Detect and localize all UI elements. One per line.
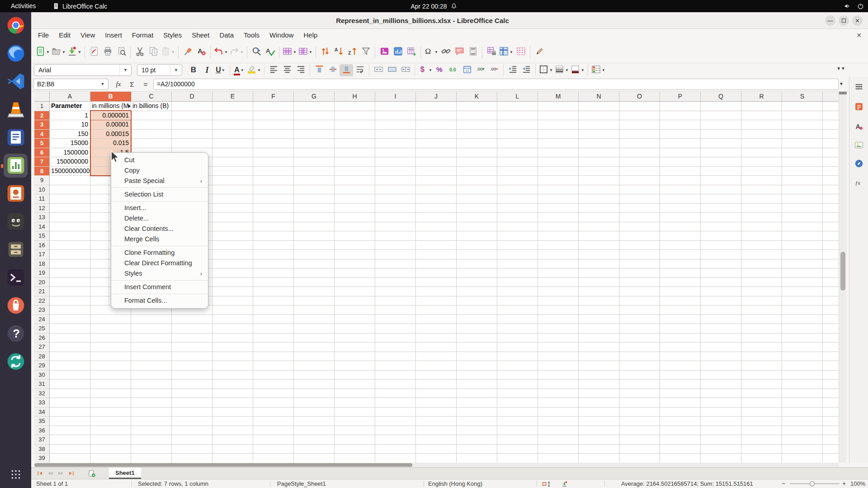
cell-Q26[interactable]: [701, 333, 741, 343]
cell-Q6[interactable]: [701, 148, 741, 158]
cell-J35[interactable]: [416, 417, 457, 426]
cell-R2[interactable]: [741, 111, 782, 121]
cell-A7[interactable]: 150000000: [50, 157, 90, 167]
cell-N35[interactable]: [579, 417, 619, 426]
cell-J9[interactable]: [416, 176, 457, 185]
cell-K30[interactable]: [457, 371, 497, 380]
border-color-dropdown-icon[interactable]: ▼: [580, 68, 585, 72]
cell-N27[interactable]: [579, 343, 619, 352]
cell-J31[interactable]: [416, 380, 457, 389]
cell-K11[interactable]: [457, 194, 497, 204]
font-name-combo[interactable]: Arial ▼: [34, 64, 132, 76]
column-button[interactable]: ▼: [297, 45, 313, 60]
cell-L18[interactable]: [497, 259, 538, 269]
last-sheet-button[interactable]: [66, 469, 76, 479]
cell-S21[interactable]: [782, 287, 823, 296]
menu-tools[interactable]: Tools: [239, 29, 264, 42]
cell-L20[interactable]: [497, 278, 538, 287]
cell-A37[interactable]: [50, 435, 90, 445]
cell-N12[interactable]: [579, 204, 619, 213]
cell-B4[interactable]: 0.00015: [90, 130, 131, 139]
cell-H4[interactable]: [335, 130, 375, 139]
cell-I29[interactable]: [375, 361, 416, 371]
cell-Q32[interactable]: [701, 389, 741, 399]
cell-A2[interactable]: 1: [50, 111, 90, 121]
cell-K34[interactable]: [457, 408, 497, 417]
cell-S6[interactable]: [782, 148, 823, 158]
cell-G26[interactable]: [294, 333, 335, 343]
cell-E32[interactable]: [212, 389, 253, 399]
cell-O29[interactable]: [619, 361, 660, 371]
cell-I11[interactable]: [375, 194, 416, 204]
cell-Q25[interactable]: [701, 324, 741, 333]
cell-A30[interactable]: [50, 371, 90, 380]
vertical-scrollbar-thumb[interactable]: [840, 252, 845, 291]
column-header-L[interactable]: L: [497, 92, 538, 102]
cell-B38[interactable]: [90, 445, 131, 454]
borders-button[interactable]: ▼: [538, 64, 554, 76]
cell-P8[interactable]: [660, 167, 701, 176]
cell-Q20[interactable]: [701, 278, 741, 287]
row-header-26[interactable]: 26: [34, 333, 50, 343]
column-header-C[interactable]: C: [131, 92, 172, 102]
cell-E24[interactable]: [212, 315, 253, 324]
cell-C29[interactable]: [131, 361, 172, 371]
cell-H3[interactable]: [335, 120, 375, 130]
cell-S13[interactable]: [782, 213, 823, 222]
cell-E3[interactable]: [212, 120, 253, 130]
cell-S29[interactable]: [782, 361, 823, 371]
cell-E28[interactable]: [212, 352, 253, 361]
cell-L38[interactable]: [497, 445, 538, 454]
column-header-O[interactable]: O: [619, 92, 660, 102]
cell-R18[interactable]: [741, 259, 782, 269]
cell-R17[interactable]: [741, 250, 782, 259]
cell-S38[interactable]: [782, 445, 823, 454]
dock-item-ubuntu-software[interactable]: [0, 292, 31, 320]
zoom-slider-knob[interactable]: [810, 481, 815, 486]
cell-I38[interactable]: [375, 445, 416, 454]
row-header-6[interactable]: 6: [34, 148, 50, 158]
cell-F14[interactable]: [253, 222, 294, 232]
cell-A29[interactable]: [50, 361, 90, 371]
cell-P29[interactable]: [660, 361, 701, 371]
cell-N10[interactable]: [579, 185, 619, 195]
cell-R34[interactable]: [741, 408, 782, 417]
cell-S7[interactable]: [782, 157, 823, 167]
cell-Q7[interactable]: [701, 157, 741, 167]
cell-R19[interactable]: [741, 268, 782, 278]
cell-G23[interactable]: [294, 305, 335, 315]
cell-F17[interactable]: [253, 250, 294, 259]
volume-icon[interactable]: [844, 2, 851, 10]
cell-K21[interactable]: [457, 287, 497, 296]
row-header-17[interactable]: 17: [34, 250, 50, 259]
cell-R13[interactable]: [741, 213, 782, 222]
cell-H34[interactable]: [335, 408, 375, 417]
dock-item-vscode[interactable]: [0, 68, 31, 96]
cell-Q12[interactable]: [701, 204, 741, 213]
cell-L26[interactable]: [497, 333, 538, 343]
cell-R26[interactable]: [741, 333, 782, 343]
column-header-B[interactable]: B: [90, 92, 131, 102]
cell-S5[interactable]: [782, 139, 823, 148]
cell-Q4[interactable]: [701, 130, 741, 139]
sheet-tab-sheet1[interactable]: Sheet1: [109, 468, 141, 479]
cell-R10[interactable]: [741, 185, 782, 195]
cell-A19[interactable]: [50, 268, 90, 278]
cell-N17[interactable]: [579, 250, 619, 259]
cell-O7[interactable]: [619, 157, 660, 167]
format-date-button[interactable]: 31: [460, 64, 474, 76]
cell-H29[interactable]: [335, 361, 375, 371]
find-replace-button[interactable]: [250, 45, 263, 60]
cell-F9[interactable]: [253, 176, 294, 185]
cell-R37[interactable]: [741, 435, 782, 445]
cell-K39[interactable]: [457, 454, 497, 463]
cell-P28[interactable]: [660, 352, 701, 361]
cell-Q15[interactable]: [701, 231, 741, 241]
cell-L30[interactable]: [497, 371, 538, 380]
cut-button[interactable]: [133, 45, 146, 60]
cell-L16[interactable]: [497, 241, 538, 250]
center-vertically-button[interactable]: [326, 64, 340, 76]
border-style-button[interactable]: ▼: [554, 64, 570, 76]
cell-M3[interactable]: [538, 120, 579, 130]
cell-R15[interactable]: [741, 231, 782, 241]
